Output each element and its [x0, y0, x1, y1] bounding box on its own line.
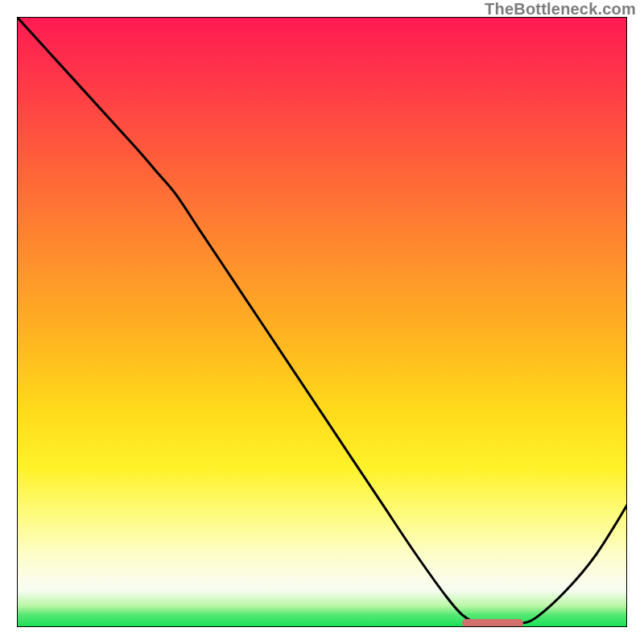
- watermark-text: TheBottleneck.com: [485, 0, 636, 19]
- bottleneck-curve: [17, 17, 627, 625]
- optimal-range-marker: [462, 619, 523, 627]
- bottleneck-chart: TheBottleneck.com: [0, 0, 644, 644]
- curve-layer: [17, 17, 627, 627]
- plot-area: [17, 17, 627, 627]
